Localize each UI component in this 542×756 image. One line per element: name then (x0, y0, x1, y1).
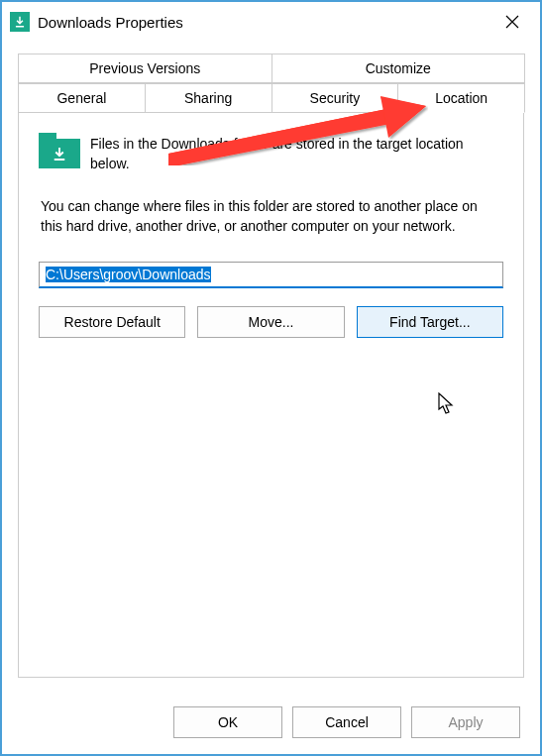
find-target-button[interactable]: Find Target... (357, 306, 503, 338)
tabs: Previous Versions Customize General Shar… (18, 54, 524, 678)
apply-button[interactable]: Apply (411, 706, 520, 738)
path-value: C:\Users\groov\Downloads (46, 267, 211, 282)
tab-previous-versions[interactable]: Previous Versions (18, 54, 272, 83)
downloads-folder-icon (39, 133, 80, 170)
window-title: Downloads Properties (38, 14, 492, 31)
restore-default-button[interactable]: Restore Default (39, 306, 185, 338)
info-text: Files in the Downloads folder are stored… (90, 133, 503, 173)
downloads-icon (10, 12, 30, 32)
tab-customize[interactable]: Customize (271, 54, 526, 83)
tab-security[interactable]: Security (271, 83, 399, 113)
tab-sharing[interactable]: Sharing (145, 83, 272, 113)
close-button[interactable] (492, 4, 532, 40)
cancel-button[interactable]: Cancel (292, 706, 401, 738)
tab-body-location: Files in the Downloads folder are stored… (18, 113, 524, 678)
tab-location[interactable]: Location (397, 83, 525, 113)
path-input[interactable]: C:\Users\groov\Downloads (39, 262, 503, 288)
titlebar: Downloads Properties (2, 2, 540, 42)
move-button[interactable]: Move... (197, 306, 344, 338)
ok-button[interactable]: OK (173, 706, 282, 738)
tab-general[interactable]: General (18, 83, 146, 113)
dialog-buttons: OK Cancel Apply (173, 706, 520, 738)
description-text: You can change where files in this folde… (39, 197, 503, 236)
content-area: Previous Versions Customize General Shar… (2, 42, 540, 678)
